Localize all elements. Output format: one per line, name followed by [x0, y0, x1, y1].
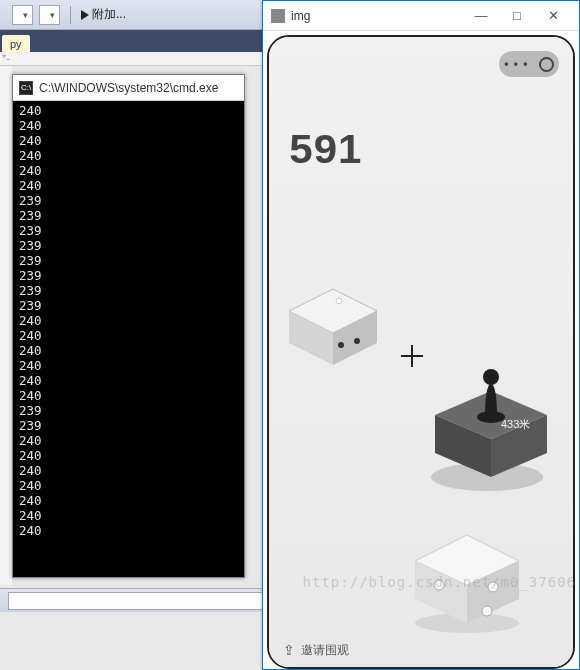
cmd-line: 240 [19, 388, 238, 403]
cmd-line: 239 [19, 223, 238, 238]
cmd-line: 239 [19, 298, 238, 313]
cmd-line: 240 [19, 178, 238, 193]
cmd-icon: C:\ [19, 81, 33, 95]
cmd-line: 239 [19, 208, 238, 223]
cmd-line: 240 [19, 103, 238, 118]
game-block-light-2 [409, 527, 529, 637]
cmd-line: 239 [19, 418, 238, 433]
invite-label[interactable]: 邀请围观 [301, 642, 349, 659]
cmd-line: 240 [19, 448, 238, 463]
game-footer[interactable]: ⇪ 邀请围观 [269, 633, 573, 667]
editor-gutter [0, 66, 12, 585]
cmd-line: 240 [19, 508, 238, 523]
cmd-line: 240 [19, 433, 238, 448]
cmd-line: 240 [19, 148, 238, 163]
crosshair-icon [401, 345, 423, 367]
share-icon[interactable]: ⇪ [283, 642, 295, 658]
mini-program-controls[interactable]: • • • [499, 51, 559, 77]
separator [70, 6, 71, 24]
close-circle-icon[interactable] [539, 57, 554, 72]
cmd-output[interactable]: 2402402402402402402392392392392392392392… [13, 101, 244, 577]
cmd-line: 240 [19, 118, 238, 133]
svg-point-18 [482, 606, 492, 616]
run-attach-button[interactable]: 附加... [81, 6, 126, 23]
cmd-line: 239 [19, 283, 238, 298]
svg-point-17 [488, 582, 498, 592]
chevron-down-icon: ▾ [50, 10, 55, 20]
game-block-light-1 [283, 283, 383, 373]
chevron-down-icon: ▾ [23, 10, 28, 20]
editor-tab[interactable]: py [2, 35, 30, 52]
cmd-line: 240 [19, 523, 238, 538]
cmd-line: 240 [19, 493, 238, 508]
cmd-line: 240 [19, 313, 238, 328]
img-window-icon [271, 9, 285, 23]
game-canvas[interactable]: • • • 591 [269, 37, 573, 667]
cmd-line: 240 [19, 373, 238, 388]
ide-dropdown-2[interactable]: ▾ [39, 5, 60, 25]
cmd-line: 240 [19, 358, 238, 373]
cmd-line: 240 [19, 328, 238, 343]
cmd-line: 239 [19, 193, 238, 208]
cmd-line: 239 [19, 268, 238, 283]
img-titlebar[interactable]: img — □ ✕ [263, 1, 579, 31]
svg-point-16 [434, 580, 444, 590]
svg-point-3 [338, 342, 344, 348]
svg-point-4 [354, 338, 360, 344]
img-window[interactable]: img — □ ✕ • • • 591 [262, 0, 580, 670]
game-block-label: 433米 [501, 417, 530, 432]
cmd-line: 240 [19, 343, 238, 358]
cmd-line: 239 [19, 253, 238, 268]
phone-frame: • • • 591 [267, 35, 575, 669]
minimize-button[interactable]: — [463, 2, 499, 30]
run-label: 附加... [92, 6, 126, 23]
svg-point-5 [336, 298, 342, 304]
cmd-title-text: C:\WINDOWS\system32\cmd.exe [39, 81, 218, 95]
maximize-button[interactable]: □ [499, 2, 535, 30]
cmd-line: 239 [19, 403, 238, 418]
cmd-line: 240 [19, 463, 238, 478]
more-icon[interactable]: • • • [504, 57, 528, 71]
cmd-line: 240 [19, 163, 238, 178]
game-score: 591 [289, 127, 362, 172]
ide-dropdown-1[interactable]: ▾ [12, 5, 33, 25]
close-button[interactable]: ✕ [535, 2, 571, 30]
cmd-line: 240 [19, 133, 238, 148]
cmd-window[interactable]: C:\ C:\WINDOWS\system32\cmd.exe 24024024… [12, 74, 245, 578]
play-icon [81, 10, 89, 20]
cmd-line: 239 [19, 238, 238, 253]
cmd-line: 240 [19, 478, 238, 493]
cmd-titlebar[interactable]: C:\ C:\WINDOWS\system32\cmd.exe [13, 75, 244, 101]
img-window-title: img [291, 9, 463, 23]
svg-point-11 [483, 369, 499, 385]
game-block-dark [429, 351, 559, 501]
